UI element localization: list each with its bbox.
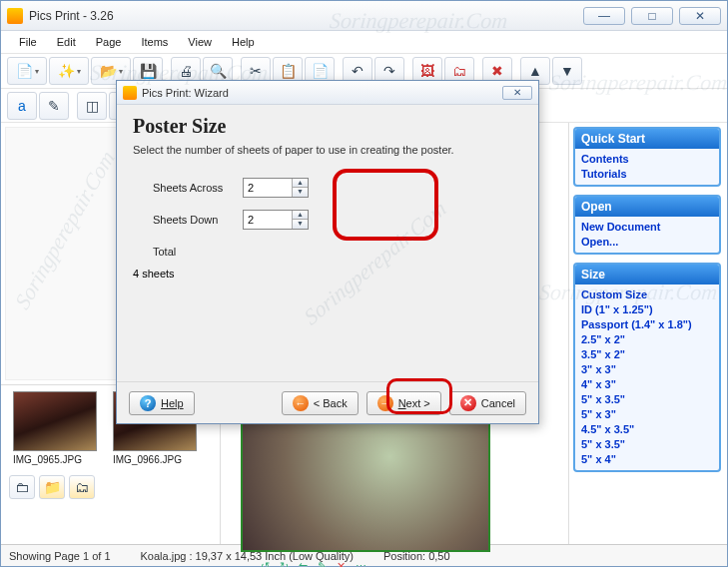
folder-stack-icon[interactable]: 🗂 bbox=[69, 475, 95, 499]
spin-down-icon[interactable]: ▼ bbox=[293, 220, 308, 229]
maximize-button[interactable]: □ bbox=[631, 7, 673, 25]
app-icon bbox=[7, 8, 23, 24]
rotate-left-icon[interactable]: ↺ bbox=[261, 560, 270, 567]
thumbnail-toolbar: 🗀 📁 🗂 bbox=[1, 471, 220, 503]
size-option[interactable]: ID (1" x 1.25") bbox=[581, 302, 713, 317]
panel-open: Open New Document Open... bbox=[573, 195, 721, 255]
edit-image-icon[interactable]: ✎ bbox=[318, 560, 327, 567]
menu-view[interactable]: View bbox=[180, 34, 220, 50]
arrow-left-icon: ← bbox=[293, 395, 309, 411]
link-open[interactable]: Open... bbox=[581, 235, 713, 250]
size-option[interactable]: 4.5" x 3.5" bbox=[581, 422, 713, 437]
help-button[interactable]: ? Help bbox=[129, 391, 195, 415]
flip-h-icon[interactable]: ⇋ bbox=[299, 560, 308, 567]
image-edit-strip: ↺ ↻ ⇋ ✎ ✕ ⋯ bbox=[261, 560, 366, 567]
more-icon[interactable]: ⋯ bbox=[356, 560, 366, 567]
size-option[interactable]: 3.5" x 2" bbox=[581, 347, 713, 362]
dialog-icon bbox=[123, 86, 137, 100]
cancel-button[interactable]: ✕ Cancel bbox=[449, 391, 526, 415]
spin-down-icon[interactable]: ▼ bbox=[293, 188, 308, 197]
panel-header: Open bbox=[575, 197, 719, 217]
window-title: Pics Print - 3.26 bbox=[29, 9, 583, 23]
input-sheets-down[interactable] bbox=[244, 211, 292, 229]
help-button-label: Help bbox=[161, 397, 184, 409]
dialog-title: Pics Print: Wizard bbox=[142, 87, 502, 99]
size-option[interactable]: Passport (1.4" x 1.8") bbox=[581, 317, 713, 332]
new-doc-icon[interactable]: 📄▾ bbox=[7, 57, 47, 85]
next-button-label: Next > bbox=[398, 397, 430, 409]
size-option[interactable]: 5" x 3.5" bbox=[581, 437, 713, 452]
size-option[interactable]: 4" x 3" bbox=[581, 377, 713, 392]
dialog-heading: Poster Size bbox=[133, 115, 522, 138]
dialog-titlebar: Pics Print: Wizard ✕ bbox=[117, 81, 538, 105]
cancel-button-label: Cancel bbox=[481, 397, 515, 409]
text-icon[interactable]: a bbox=[7, 92, 37, 120]
close-button[interactable]: ✕ bbox=[679, 7, 721, 25]
rotate-right-icon[interactable]: ↻ bbox=[280, 560, 289, 567]
minimize-button[interactable]: — bbox=[583, 7, 625, 25]
spin-up-icon[interactable]: ▲ bbox=[293, 211, 308, 220]
status-page: Showing Page 1 of 1 bbox=[9, 550, 111, 562]
link-tutorials[interactable]: Tutorials bbox=[581, 167, 713, 182]
next-button[interactable]: → Next > bbox=[366, 391, 441, 415]
spinner-sheets-across[interactable]: ▲▼ bbox=[243, 178, 309, 198]
menu-edit[interactable]: Edit bbox=[49, 34, 84, 50]
value-total: 4 sheets bbox=[133, 268, 175, 280]
label-sheets-across: Sheets Across bbox=[133, 182, 243, 194]
label-sheets-down: Sheets Down bbox=[133, 214, 243, 226]
wizard-icon[interactable]: ✨▾ bbox=[49, 57, 89, 85]
panel-header: Quick Start bbox=[575, 129, 719, 149]
dialog-body: Poster Size Select the number of sheets … bbox=[117, 105, 538, 381]
panel-quickstart: Quick Start Contents Tutorials bbox=[573, 127, 721, 187]
wizard-dialog: Pics Print: Wizard ✕ Poster Size Select … bbox=[116, 80, 539, 424]
back-button[interactable]: ← < Back bbox=[282, 391, 359, 415]
size-option[interactable]: 2.5" x 2" bbox=[581, 332, 713, 347]
dialog-description: Select the number of sheets of paper to … bbox=[133, 144, 522, 156]
folder-open-icon[interactable]: 📁 bbox=[39, 475, 65, 499]
delete-image-icon[interactable]: ✕ bbox=[337, 560, 346, 567]
spinner-sheets-down[interactable]: ▲▼ bbox=[243, 210, 309, 230]
menu-help[interactable]: Help bbox=[224, 34, 263, 50]
size-option[interactable]: 5" x 3" bbox=[581, 407, 713, 422]
right-pane: Quick Start Contents Tutorials Open New … bbox=[569, 123, 727, 544]
label-total: Total bbox=[133, 246, 243, 258]
spin-up-icon[interactable]: ▲ bbox=[293, 179, 308, 188]
folder-tree-icon[interactable]: 🗀 bbox=[9, 475, 35, 499]
input-sheets-across[interactable] bbox=[244, 179, 292, 197]
titlebar: Pics Print - 3.26 — □ ✕ bbox=[1, 1, 727, 31]
size-option[interactable]: Custom Size bbox=[581, 287, 713, 302]
link-contents[interactable]: Contents bbox=[581, 152, 713, 167]
back-button-label: < Back bbox=[314, 397, 348, 409]
arrow-right-icon: → bbox=[377, 395, 393, 411]
menu-file[interactable]: File bbox=[11, 34, 45, 50]
row-sheets-across: Sheets Across ▲▼ bbox=[133, 174, 522, 202]
thumbnail-image bbox=[13, 391, 97, 451]
menubar: File Edit Page Items View Help bbox=[1, 31, 727, 53]
menu-page[interactable]: Page bbox=[88, 34, 130, 50]
thumbnail-caption: IMG_0966.JPG bbox=[113, 454, 201, 465]
thumbnail-item[interactable]: IMG_0965.JPG bbox=[13, 391, 101, 465]
size-option[interactable]: 5" x 3.5" bbox=[581, 392, 713, 407]
help-icon: ? bbox=[140, 395, 156, 411]
link-new-document[interactable]: New Document bbox=[581, 220, 713, 235]
dialog-close-button[interactable]: ✕ bbox=[502, 86, 532, 100]
panel-header: Size bbox=[575, 265, 719, 284]
size-option[interactable]: 3" x 3" bbox=[581, 362, 713, 377]
row-sheets-down: Sheets Down ▲▼ bbox=[133, 206, 522, 234]
cancel-icon: ✕ bbox=[460, 395, 476, 411]
next-page-icon[interactable]: ▼ bbox=[552, 57, 582, 85]
edit-icon[interactable]: ✎ bbox=[39, 92, 69, 120]
size-option[interactable]: 5" x 4" bbox=[581, 452, 713, 467]
thumbnail-caption: IMG_0965.JPG bbox=[13, 454, 101, 465]
menu-items[interactable]: Items bbox=[133, 34, 176, 50]
dialog-buttonbar: ? Help ← < Back → Next > ✕ Cancel bbox=[117, 381, 538, 423]
crop-icon[interactable]: ◫ bbox=[77, 92, 107, 120]
panel-size: Size Custom SizeID (1" x 1.25")Passport … bbox=[573, 263, 721, 472]
